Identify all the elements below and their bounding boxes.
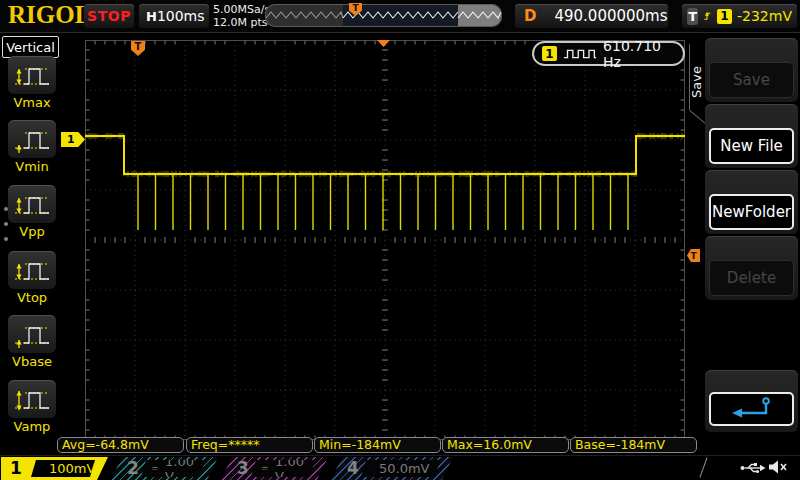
sidebar-item-vamp[interactable]: Vamp xyxy=(7,380,57,434)
trigger-flag-label: T xyxy=(135,41,142,52)
graticule xyxy=(85,40,685,440)
sidebar-item-label: Vtop xyxy=(7,290,57,305)
trigger-level-label: T xyxy=(690,251,696,261)
vamp-icon xyxy=(12,384,52,414)
memory-depth: 12.0M pts xyxy=(213,16,270,29)
sidebar-item-vtop[interactable]: Vtop xyxy=(7,251,57,305)
trigger-box[interactable]: T 1 -232mV xyxy=(682,4,797,28)
timebase-value: 100ms xyxy=(157,8,205,24)
counter-channel-badge: 1 xyxy=(542,46,557,61)
delay-value: 490.000000ms xyxy=(554,7,667,25)
return-arrow-icon xyxy=(730,396,774,422)
channel2-status[interactable]: 2 1.00 V xyxy=(111,457,218,480)
channel1-marker-label: 1 xyxy=(67,133,75,146)
channel-number: 1 xyxy=(10,458,22,478)
trigger-level-value: -232mV xyxy=(737,8,792,24)
trigger-flag-label: T xyxy=(352,3,358,13)
sidebar-item-label: Vbase xyxy=(7,354,57,369)
trigger-level-marker[interactable]: T xyxy=(687,249,700,262)
trigger-source-badge: 1 xyxy=(717,9,732,24)
sidebar-item-vmax[interactable]: Vmax xyxy=(7,56,57,110)
save-button[interactable]: Save xyxy=(709,62,794,98)
back-button[interactable] xyxy=(709,392,794,426)
menu-slot: NewFolder xyxy=(705,170,798,234)
sidebar-item-label: Vmin xyxy=(7,159,57,174)
dc-coupling-icon xyxy=(152,464,158,473)
delay-box[interactable]: D 490.000000ms xyxy=(515,4,668,28)
measurement-avg[interactable]: Avg=-64.8mV xyxy=(57,437,184,453)
graticule-and-waveform xyxy=(85,40,685,440)
acquisition-info: 5.00MSa/s 12.0M pts xyxy=(213,3,270,29)
menu-slot: New File xyxy=(705,104,798,168)
channel-scale: 100mV xyxy=(49,461,95,476)
measurement-freq[interactable]: Freq=***** xyxy=(186,437,313,453)
vmax-icon xyxy=(12,60,52,90)
speaker-muted-icon xyxy=(768,459,788,475)
sidebar-item-vmin[interactable]: Vmin xyxy=(7,120,57,174)
vpp-icon xyxy=(12,189,52,219)
channel4-status[interactable]: 4 50.0mV xyxy=(331,457,453,480)
channel-scale: 1.00 V xyxy=(275,454,304,480)
channel1-status[interactable]: 1 100mV xyxy=(1,457,108,480)
sidebar-item-vbase[interactable]: Vbase xyxy=(7,315,57,369)
new-folder-button[interactable]: NewFolder xyxy=(709,194,794,230)
square-wave-icon xyxy=(563,47,597,61)
menu-page-dots xyxy=(4,196,8,252)
menu-slot: Save xyxy=(705,38,798,102)
channel1-position-marker[interactable]: 1 xyxy=(61,132,85,147)
menu-slot: Delete xyxy=(705,236,798,300)
oscilloscope-screen: RIGOL STOP H 100ms 5.00MSa/s 12.0M pts T… xyxy=(0,0,800,480)
delete-button[interactable]: Delete xyxy=(709,260,794,296)
measurement-base[interactable]: Base=-184mV xyxy=(570,437,697,453)
vmin-icon xyxy=(12,124,52,154)
channel-scale: 1.00 V xyxy=(165,454,194,480)
vbase-icon xyxy=(12,319,52,349)
horizontal-position-strip[interactable]: T xyxy=(265,4,502,27)
sidebar-item-label: Vmax xyxy=(7,95,57,110)
timebase-prefix: H xyxy=(146,9,157,24)
sidebar-item-label: Vamp xyxy=(7,419,57,434)
delay-prefix: D xyxy=(524,7,536,25)
channel-number: 2 xyxy=(127,458,139,478)
left-menu-vertical: Vertical Vmax Vmin Vpp Vtop Vbase Vamp xyxy=(0,33,60,455)
top-bar: RIGOL STOP H 100ms 5.00MSa/s 12.0M pts T… xyxy=(0,0,800,33)
dc-coupling-icon xyxy=(262,464,268,473)
vtop-icon xyxy=(12,255,52,285)
brand-logo: RIGOL xyxy=(8,1,91,29)
sidebar-item-vpp[interactable]: Vpp xyxy=(7,185,57,239)
channel-status-bar: 1 100mV 2 1.00 V 3 1.00 V 4 50.0mV xyxy=(0,455,800,480)
trigger-prefix: T xyxy=(687,8,698,25)
waveform-thumbnail xyxy=(266,5,501,26)
measurement-min[interactable]: Min=-184mV xyxy=(314,437,441,453)
channel-number: 3 xyxy=(237,458,249,478)
measurement-max[interactable]: Max=16.0mV xyxy=(442,437,569,453)
sample-rate: 5.00MSa/s xyxy=(213,3,270,16)
counter-value: 610.710 Hz xyxy=(603,38,675,70)
channel3-status[interactable]: 3 1.00 V xyxy=(221,457,328,480)
channel-scale: 50.0mV xyxy=(379,461,430,476)
rising-edge-icon xyxy=(703,8,712,24)
menu-title: Vertical xyxy=(2,36,59,58)
sidebar-item-label: Vpp xyxy=(7,224,57,239)
channel-number: 4 xyxy=(347,458,359,478)
menu-slot xyxy=(705,370,798,432)
run-state-indicator[interactable]: STOP xyxy=(84,4,134,28)
new-file-button[interactable]: New File xyxy=(709,128,794,164)
timebase-box[interactable]: H 100ms xyxy=(139,4,209,28)
frequency-counter: 1 610.710 Hz xyxy=(532,41,685,66)
usb-icon xyxy=(740,461,766,475)
menu-tab-save: Save xyxy=(688,55,705,109)
